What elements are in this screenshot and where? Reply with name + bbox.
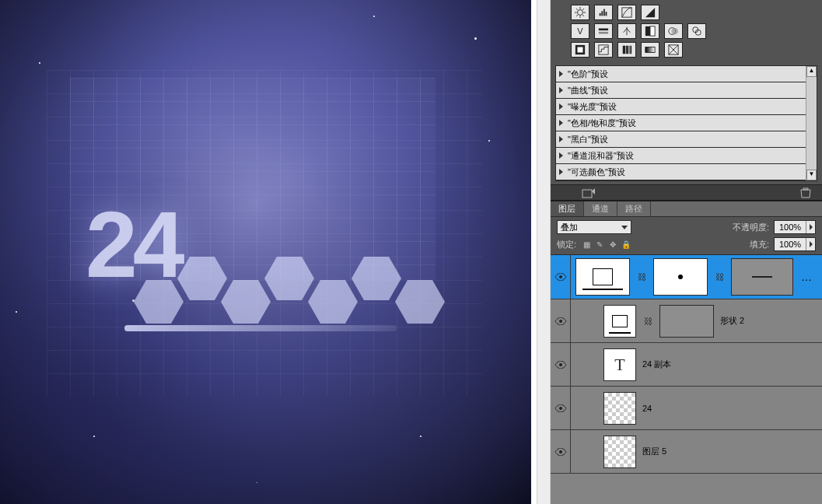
svg-rect-16 xyxy=(599,45,608,54)
return-adjustment-icon[interactable] xyxy=(582,187,596,198)
text-layer-thumb[interactable]: T xyxy=(603,348,636,381)
mask-link-icon[interactable]: ⛓ xyxy=(642,317,653,326)
mask-link-icon[interactable]: ⛓ xyxy=(714,272,725,282)
layer-effects-icon[interactable]: … xyxy=(801,271,817,283)
svg-rect-17 xyxy=(623,46,626,54)
color-balance-icon[interactable] xyxy=(617,23,636,39)
svg-rect-20 xyxy=(630,46,631,54)
hue-sat-icon[interactable] xyxy=(594,23,613,39)
preset-selectivecolor[interactable]: "可选颜色"预设 xyxy=(556,164,817,180)
gradient-map-icon[interactable] xyxy=(641,42,659,58)
fill-flyout-icon[interactable] xyxy=(806,238,815,250)
svg-point-28 xyxy=(559,363,562,366)
layer-row[interactable]: T 24 副本 xyxy=(551,343,822,387)
photo-filter-icon[interactable] xyxy=(664,23,683,39)
preset-huesat[interactable]: "色相/饱和度"预设 xyxy=(556,115,817,131)
tab-channels[interactable]: 通道 xyxy=(584,201,617,216)
eye-icon xyxy=(554,361,567,369)
eye-icon xyxy=(554,273,567,281)
visibility-toggle[interactable] xyxy=(551,343,571,386)
visibility-toggle[interactable] xyxy=(551,387,571,429)
layer-thumb[interactable] xyxy=(575,258,630,296)
fill-input[interactable] xyxy=(775,240,806,249)
lock-pixels-icon[interactable]: ✎ xyxy=(594,239,605,250)
canvas-area[interactable]: 24 xyxy=(0,0,537,504)
lock-all-icon[interactable]: 🔒 xyxy=(621,239,631,250)
preset-curves[interactable]: "曲线"预设 xyxy=(556,82,817,99)
preset-exposure[interactable]: "曝光度"预设 xyxy=(556,99,817,115)
opacity-input[interactable] xyxy=(775,222,806,232)
tab-label: 路径 xyxy=(625,203,642,215)
layer-row[interactable]: ⛓ 形状 2 xyxy=(551,299,822,343)
svg-rect-21 xyxy=(645,47,655,53)
lock-transparency-icon[interactable]: ▦ xyxy=(581,239,592,250)
tab-paths[interactable]: 路径 xyxy=(617,201,651,216)
layer-thumb[interactable] xyxy=(603,392,636,425)
levels-icon[interactable] xyxy=(594,5,613,20)
layer-row[interactable]: 24 xyxy=(551,387,822,430)
svg-point-30 xyxy=(559,450,562,453)
layer-row[interactable]: 图层 5 xyxy=(551,430,822,474)
posterize-icon[interactable] xyxy=(594,42,613,58)
channel-mixer-icon[interactable] xyxy=(687,23,706,39)
black-white-icon[interactable] xyxy=(641,23,659,39)
chevron-right-icon xyxy=(559,120,563,126)
layer-thumb[interactable] xyxy=(603,305,636,338)
selective-color-icon[interactable] xyxy=(664,42,683,58)
blend-mode-value: 叠加 xyxy=(561,222,578,233)
preset-channelmixer[interactable]: "通道混和器"预设 xyxy=(556,148,817,164)
threshold-icon[interactable] xyxy=(617,42,636,58)
layers-panel: 图层 通道 路径 叠加 不透明度: 锁定: ▦ ✎ ✥ 🔒 xyxy=(551,200,822,504)
svg-rect-25 xyxy=(582,190,592,198)
fill-field[interactable] xyxy=(774,237,816,251)
adjustment-thumb[interactable] xyxy=(731,258,793,296)
visibility-toggle[interactable] xyxy=(551,255,571,299)
lock-label: 锁定: xyxy=(557,239,576,250)
preset-label: "色阶"预设 xyxy=(568,68,608,80)
chevron-right-icon xyxy=(559,169,563,175)
preset-levels[interactable]: "色阶"预设 xyxy=(556,66,817,82)
svg-point-0 xyxy=(578,10,583,16)
opacity-field[interactable] xyxy=(774,220,816,234)
chevron-right-icon xyxy=(559,152,563,159)
brightness-contrast-icon[interactable] xyxy=(571,5,589,20)
trash-icon[interactable] xyxy=(799,187,813,198)
visibility-toggle[interactable] xyxy=(551,299,571,342)
vibrance-icon[interactable]: V xyxy=(571,23,589,39)
lock-position-icon[interactable]: ✥ xyxy=(607,239,618,250)
layers-tabs: 图层 通道 路径 xyxy=(551,201,822,217)
hexagons xyxy=(140,257,445,324)
svg-point-27 xyxy=(559,320,562,323)
preset-label: "色相/饱和度"预设 xyxy=(568,117,636,129)
opacity-flyout-icon[interactable] xyxy=(806,221,815,233)
invert-icon[interactable] xyxy=(571,42,589,58)
visibility-toggle[interactable] xyxy=(551,430,571,473)
preset-label: "曝光度"预设 xyxy=(568,101,617,113)
vector-mask-thumb[interactable] xyxy=(659,305,714,338)
eye-icon xyxy=(554,317,567,325)
preset-bw[interactable]: "黑白"预设 xyxy=(556,131,817,148)
exposure-icon[interactable] xyxy=(641,5,659,20)
layer-row[interactable]: ⛓ ⛓ … xyxy=(551,255,822,299)
curves-icon[interactable] xyxy=(617,5,636,20)
tab-layers[interactable]: 图层 xyxy=(551,201,584,216)
svg-rect-19 xyxy=(629,46,630,54)
presets-scrollbar[interactable]: ▲ ▼ xyxy=(806,66,817,180)
scroll-down-icon[interactable]: ▼ xyxy=(806,170,817,180)
opacity-label: 不透明度: xyxy=(733,222,769,233)
blend-mode-select[interactable]: 叠加 xyxy=(557,220,631,234)
layer-thumb[interactable] xyxy=(603,436,636,468)
layer-mask-thumb[interactable] xyxy=(653,258,708,296)
presets-list: "色阶"预设 "曲线"预设 "曝光度"预设 "色相/饱和度"预设 "黑白"预设 … xyxy=(555,65,817,181)
svg-rect-6 xyxy=(599,29,608,31)
layer-name: 形状 2 xyxy=(720,315,744,327)
layer-name: 图层 5 xyxy=(642,446,666,457)
mask-link-icon[interactable]: ⛓ xyxy=(636,272,647,282)
svg-rect-7 xyxy=(599,32,608,34)
preset-label: "曲线"预设 xyxy=(568,85,608,96)
svg-rect-8 xyxy=(645,26,650,36)
tab-label: 通道 xyxy=(592,203,609,215)
canvas-scrollbar[interactable] xyxy=(537,0,551,504)
type-icon: T xyxy=(614,355,624,375)
scroll-up-icon[interactable]: ▲ xyxy=(806,66,817,77)
